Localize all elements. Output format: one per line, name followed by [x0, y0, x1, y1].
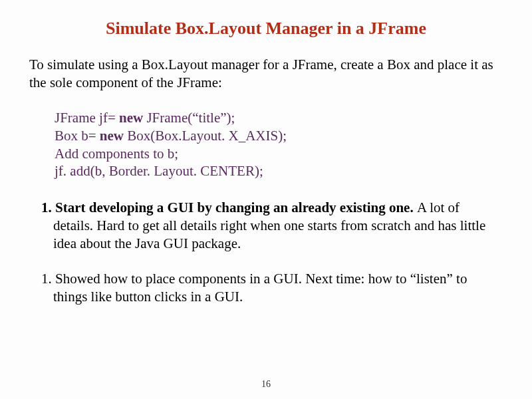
slide-content: Simulate Box.Layout Manager in a JFrame …	[0, 0, 532, 306]
code-line-4: jf. add(b, Border. Layout. CENTER);	[55, 162, 503, 180]
code-line-2: Box b= new Box(Box.Layout. X_AXIS);	[55, 127, 503, 145]
page-number: 16	[0, 379, 532, 390]
intro-paragraph: To simulate using a Box.Layout manager f…	[29, 56, 503, 92]
paragraph-1: 1. Start developing a GUI by changing an…	[29, 199, 503, 253]
code-line-3: Add components to b;	[55, 145, 503, 163]
slide-title: Simulate Box.Layout Manager in a JFrame	[29, 19, 503, 39]
paragraph-2: 1. Showed how to place components in a G…	[29, 270, 503, 306]
code-line-1: JFrame jf= new JFrame(“title”);	[55, 109, 503, 127]
code-block: JFrame jf= new JFrame(“title”); Box b= n…	[55, 109, 503, 181]
paragraph-1-lead: 1. Start developing a GUI by changing an…	[41, 200, 417, 215]
